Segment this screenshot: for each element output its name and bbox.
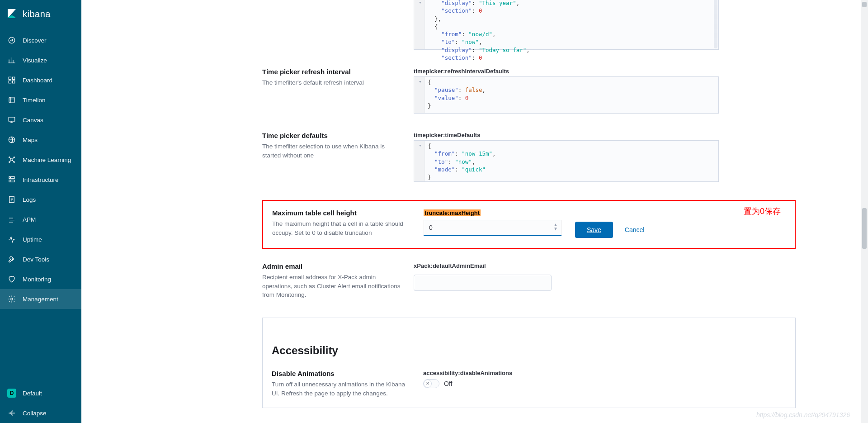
setting-key: timepicker:refreshIntervalDefaults <box>414 68 719 75</box>
watermark: https://blog.csdn.net/q294791326 <box>756 411 850 418</box>
quick-ranges-editor[interactable]: ▾ "display": "This year", "section": 0 }… <box>414 0 719 50</box>
maps-icon <box>7 135 16 144</box>
sidebar-item-label: Monitoring <box>23 276 51 283</box>
annotation-text: 置为0保存 <box>744 206 781 217</box>
setting-key: timepicker:timeDefaults <box>414 132 719 138</box>
sidebar-nav: Discover Visualize Dashboard Timelion Ca… <box>0 30 81 383</box>
sidebar-item-label: Dev Tools <box>23 256 49 263</box>
setting-title: Disable Animations <box>272 370 411 377</box>
collapse-sidebar[interactable]: Collapse <box>0 403 81 423</box>
svg-rect-5 <box>9 97 14 103</box>
sidebar-item-label: APM <box>23 216 36 223</box>
sidebar-item-label: Dashboard <box>23 77 52 84</box>
setting-key: accessibility:disableAnimations <box>423 370 709 376</box>
number-spinner-icon[interactable]: ▲▼ <box>553 223 558 231</box>
sidebar-item-label: Discover <box>23 37 47 44</box>
space-selector[interactable]: D Default <box>0 383 81 403</box>
sidebar-item-uptime[interactable]: Uptime <box>0 229 81 249</box>
timelion-icon <box>7 95 16 105</box>
space-badge: D <box>7 389 16 398</box>
sidebar-item-label: Uptime <box>23 236 42 243</box>
collapse-label: Collapse <box>23 410 47 417</box>
sidebar-item-infrastructure[interactable]: Infrastructure <box>0 170 81 190</box>
fold-toggle-icon[interactable]: ▾ <box>419 0 422 6</box>
sidebar-item-visualize[interactable]: Visualize <box>0 50 81 70</box>
logs-icon <box>7 195 16 204</box>
sidebar-item-timelion[interactable]: Timelion <box>0 90 81 110</box>
truncate-maxheight-input[interactable] <box>424 220 561 236</box>
setting-time-defaults: Time picker defaults The timefilter sele… <box>262 132 796 182</box>
sidebar-item-label: Management <box>23 296 58 303</box>
svg-rect-3 <box>9 81 11 83</box>
dashboard-icon <box>7 76 16 85</box>
save-button[interactable]: Save <box>575 222 613 238</box>
fold-toggle-icon[interactable]: ▾ <box>419 78 422 85</box>
svg-rect-6 <box>9 117 15 121</box>
infrastructure-icon <box>7 175 16 184</box>
close-icon: ✕ <box>424 380 432 388</box>
setting-truncate-highlighted: Maximum table cell height The maximum he… <box>262 200 796 249</box>
admin-email-input[interactable] <box>414 275 552 291</box>
sidebar-item-label: Logs <box>23 196 36 203</box>
cancel-button[interactable]: Cancel <box>625 226 645 233</box>
wrench-icon <box>7 255 16 264</box>
sidebar-item-apm[interactable]: APM <box>0 209 81 229</box>
sidebar-item-management[interactable]: Management <box>0 289 81 309</box>
app-name: kibana <box>23 9 51 19</box>
setting-desc: Turn off all unnecessary animations in t… <box>272 380 411 398</box>
space-label: Default <box>23 390 42 397</box>
setting-desc: The timefilter's default refresh interva… <box>262 78 402 87</box>
svg-rect-2 <box>13 77 15 79</box>
sidebar-item-dashboard[interactable]: Dashboard <box>0 70 81 90</box>
compass-icon <box>7 36 16 45</box>
ml-icon <box>7 155 16 164</box>
canvas-icon <box>7 115 16 124</box>
svg-point-15 <box>10 177 11 178</box>
setting-desc: Recipient email address for X-Pack admin… <box>262 273 402 299</box>
gear-icon <box>7 295 16 304</box>
fold-toggle-icon[interactable]: ▾ <box>419 142 422 149</box>
sidebar-item-label: Visualize <box>23 57 47 64</box>
setting-desc: The timefilter selection to use when Kib… <box>262 142 402 160</box>
sidebar-item-canvas[interactable]: Canvas <box>0 110 81 130</box>
accessibility-panel: Accessibility Disable Animations Turn of… <box>262 318 796 408</box>
svg-point-16 <box>10 181 11 181</box>
sidebar-item-label: Maps <box>23 137 38 143</box>
sidebar-item-label: Timelion <box>23 97 46 104</box>
heartbeat-icon <box>7 275 16 284</box>
sidebar-item-devtools[interactable]: Dev Tools <box>0 249 81 269</box>
time-defaults-editor[interactable]: ▾ { "from": "now-15m", "to": "now", "mod… <box>414 140 719 182</box>
svg-point-0 <box>9 37 15 43</box>
sidebar-item-logs[interactable]: Logs <box>0 190 81 209</box>
setting-desc: The maximum height that a cell in a tabl… <box>272 219 412 237</box>
svg-rect-1 <box>9 77 11 79</box>
sidebar-item-label: Canvas <box>23 117 43 124</box>
sidebar: kibana Discover Visualize Dashboard Time… <box>0 0 81 423</box>
sidebar-item-maps[interactable]: Maps <box>0 130 81 150</box>
sidebar-item-label: Machine Learning <box>23 157 71 163</box>
svg-rect-4 <box>13 81 15 83</box>
apm-icon <box>7 215 16 224</box>
sidebar-item-monitoring[interactable]: Monitoring <box>0 269 81 289</box>
sidebar-item-ml[interactable]: Machine Learning <box>0 150 81 170</box>
toggle-state-label: Off <box>444 380 452 387</box>
kibana-logo[interactable]: kibana <box>0 0 81 30</box>
arrow-left-icon <box>7 409 16 418</box>
kibana-logo-icon <box>6 8 23 20</box>
setting-title: Maximum table cell height <box>272 209 412 217</box>
setting-title: Time picker refresh interval <box>262 68 402 76</box>
setting-disable-animations: Disable Animations Turn off all unnecess… <box>272 370 786 398</box>
section-heading-accessibility: Accessibility <box>272 344 786 357</box>
setting-refresh-interval: Time picker refresh interval The timefil… <box>262 68 796 114</box>
setting-title: Time picker defaults <box>262 132 402 139</box>
uptime-icon <box>7 235 16 244</box>
setting-admin-email: Admin email Recipient email address for … <box>262 262 796 299</box>
sidebar-item-discover[interactable]: Discover <box>0 30 81 50</box>
disable-animations-toggle[interactable]: ✕ <box>423 379 439 388</box>
sidebar-item-label: Infrastructure <box>23 176 59 183</box>
refresh-interval-editor[interactable]: ▾ { "pause": false, "value": 0 } <box>414 76 719 114</box>
page-scrollbar[interactable] <box>861 0 868 423</box>
setting-title: Admin email <box>262 262 402 270</box>
barchart-icon <box>7 56 16 65</box>
setting-key-highlighted: truncate:maxHeight <box>424 209 481 216</box>
